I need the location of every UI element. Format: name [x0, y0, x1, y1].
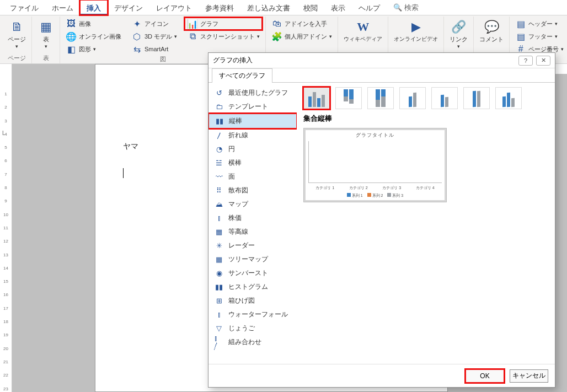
area-icon: 〰	[214, 173, 224, 181]
dialog-titlebar: グラフの挿入 ? ✕	[208, 53, 555, 68]
surface-icon: ▦	[214, 228, 224, 236]
type-combo[interactable]: ⫿〳組み合わせ	[208, 335, 297, 349]
puzzle-icon: 🧩	[271, 31, 282, 42]
type-surface[interactable]: ▦等高線	[208, 225, 297, 239]
subtype-3d-column[interactable]	[495, 87, 522, 109]
bar-icon: ☱	[214, 159, 224, 167]
video-icon: ▶	[408, 19, 424, 35]
header-button[interactable]: ▤ヘッダー▾	[513, 18, 566, 30]
subtype-3d-stacked[interactable]	[431, 87, 458, 109]
tab-ref[interactable]: 参考資料	[199, 0, 240, 15]
type-template[interactable]: 🗀テンプレート	[208, 100, 297, 114]
type-map[interactable]: ⛰マップ	[208, 197, 297, 211]
close-button[interactable]: ✕	[536, 56, 550, 66]
subtype-row	[303, 87, 548, 109]
document-text: ヤマ	[123, 142, 138, 151]
online-video-button[interactable]: ▶ オンラインビデオ	[392, 18, 440, 44]
store-icon: 🛍	[271, 18, 282, 29]
table-button[interactable]: ▦ 表 ▾	[35, 18, 56, 50]
chevron-down-icon: ▾	[15, 44, 18, 49]
ribbon-menubar: ファイル ホーム 挿入 デザイン レイアウト 参考資料 差し込み文書 校閲 表示…	[0, 0, 567, 15]
screenshot-button[interactable]: ⧉スクリーンショット▾	[185, 30, 262, 42]
smartart-button[interactable]: ⇆SmartArt	[129, 43, 179, 55]
comment-button[interactable]: 💬 コメント	[477, 18, 506, 45]
dialog-title: グラフの挿入	[213, 56, 253, 65]
tab-insert[interactable]: 挿入	[80, 0, 108, 15]
cancel-button[interactable]: キャンセル	[510, 369, 548, 383]
combo-icon: ⫿〳	[214, 339, 224, 346]
tab-review[interactable]: 校閲	[297, 0, 324, 15]
tab-all-charts[interactable]: すべてのグラフ	[212, 68, 272, 83]
type-boxwhisker[interactable]: ⊞箱ひげ図	[208, 294, 297, 308]
type-recent[interactable]: ↺最近使用したグラフ	[208, 86, 297, 100]
type-sunburst[interactable]: ◉サンバースト	[208, 266, 297, 280]
group-table: ▦ 表 ▾ 表	[32, 17, 60, 63]
get-addins-button[interactable]: 🛍アドインを入手	[269, 18, 334, 30]
tab-layout[interactable]: レイアウト	[149, 0, 199, 15]
sunburst-icon: ◉	[214, 270, 224, 277]
type-line[interactable]: 〳折れ線	[208, 128, 297, 142]
online-image-button[interactable]: 🌐オンライン画像	[63, 30, 124, 42]
model3d-button[interactable]: ⬡3D モデル▾	[129, 30, 179, 42]
tab-view[interactable]: 表示	[324, 0, 352, 15]
search-box[interactable]: 🔍 検索	[387, 0, 425, 15]
vertical-ruler: 12345678 910111213141516 17181920212223	[0, 64, 12, 392]
tab-mail[interactable]: 差し込み文書	[240, 0, 297, 15]
subtype-3d-clustered[interactable]	[399, 87, 426, 109]
tab-design[interactable]: デザイン	[108, 0, 149, 15]
subtype-clustered[interactable]	[303, 87, 330, 109]
tab-help[interactable]: ヘルプ	[352, 0, 387, 15]
radar-icon: ✳	[214, 242, 224, 250]
type-scatter[interactable]: ⠿散布図	[208, 184, 297, 197]
ok-button[interactable]: OK	[466, 369, 504, 383]
type-bar[interactable]: ☱横棒	[208, 156, 297, 170]
search-icon: 🔍	[393, 3, 402, 12]
type-funnel[interactable]: ▽じょうご	[208, 321, 297, 335]
image-button[interactable]: 🖼画像	[63, 18, 124, 30]
insert-chart-dialog: グラフの挿入 ? ✕ すべてのグラフ ↺最近使用したグラフ 🗀テンプレート ▮▮…	[208, 52, 555, 388]
type-treemap[interactable]: ▦ツリーマップ	[208, 253, 297, 266]
screenshot-icon: ⧉	[187, 31, 198, 42]
shapes-button[interactable]: ◧図形▾	[63, 43, 124, 55]
footer-button[interactable]: ▤フッター▾	[513, 30, 566, 42]
histogram-icon: ▮▮	[214, 283, 224, 291]
subtype-3d-stacked100[interactable]	[463, 87, 490, 109]
icons-button[interactable]: ✦アイコン	[129, 18, 179, 30]
tab-home[interactable]: ホーム	[45, 0, 80, 15]
shapes-icon: ◧	[66, 44, 77, 55]
column-icon: ▮▮	[215, 117, 224, 125]
chart-button[interactable]: 📊グラフ	[185, 18, 262, 30]
help-button[interactable]: ?	[518, 56, 533, 66]
type-histogram[interactable]: ▮▮ヒストグラム	[208, 280, 297, 294]
header-icon: ▤	[515, 18, 526, 29]
line-icon: 〳	[214, 132, 224, 139]
link-button[interactable]: 🔗 リンク ▾	[447, 18, 470, 50]
scatter-icon: ⠿	[214, 187, 224, 195]
waterfall-icon: ⫿	[214, 311, 224, 319]
my-addins-button[interactable]: 🧩個人用アドイン▾	[269, 30, 334, 42]
dialog-footer: OK キャンセル	[208, 364, 555, 387]
comment-icon: 💬	[483, 19, 500, 35]
pages-button[interactable]: 🗎 ページ ▾	[6, 18, 28, 50]
ruler-marker: L	[2, 130, 6, 136]
type-area[interactable]: 〰面	[208, 170, 297, 184]
type-radar[interactable]: ✳レーダー	[208, 239, 297, 253]
subtype-stacked[interactable]	[335, 87, 362, 109]
text-cursor	[123, 168, 124, 178]
chart-preview[interactable]: グラフタイトル カテゴリ 1カテゴリ 2カテゴリ 3カテゴリ 4 系列 1系列 …	[303, 128, 447, 202]
type-waterfall[interactable]: ⫿ウォーターフォール	[208, 308, 297, 321]
chevron-down-icon: ▾	[45, 44, 47, 49]
funnel-icon: ▽	[214, 325, 224, 332]
search-label: 検索	[404, 3, 419, 13]
type-stock[interactable]: ⫿株価	[208, 211, 297, 225]
link-icon: 🔗	[451, 19, 467, 35]
wikipedia-icon: W	[355, 19, 371, 35]
table-icon: ▦	[38, 19, 54, 35]
wikipedia-button[interactable]: W ウィキペディア	[341, 18, 384, 44]
type-column[interactable]: ▮▮縦棒	[208, 114, 297, 128]
picture-icon: 🖼	[66, 18, 77, 29]
tab-file[interactable]: ファイル	[3, 0, 45, 15]
type-pie[interactable]: ◔円	[208, 142, 297, 156]
chevron-down-icon: ▾	[457, 44, 460, 49]
subtype-stacked100[interactable]	[367, 87, 394, 109]
